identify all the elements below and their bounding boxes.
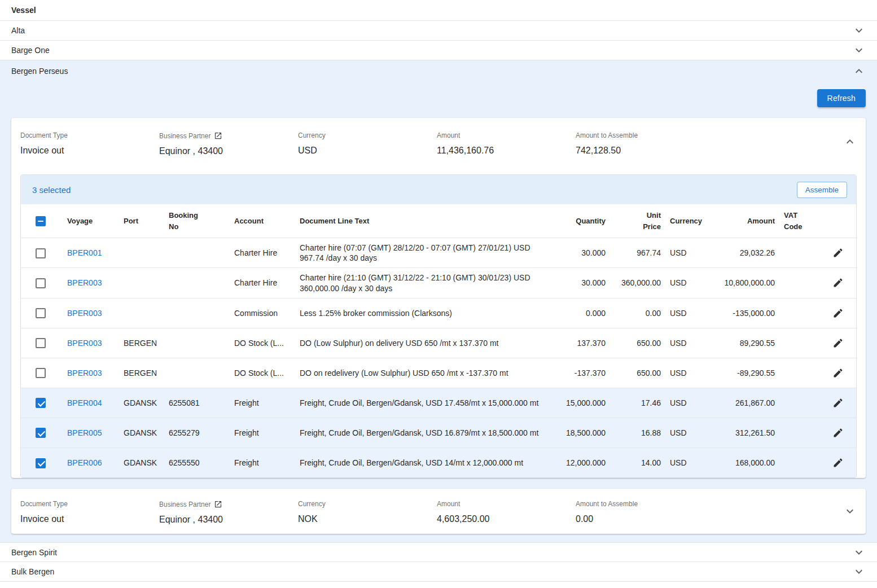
chevron-down-icon xyxy=(852,43,866,57)
refresh-button[interactable]: Refresh xyxy=(817,89,866,107)
voyage-link[interactable]: BPER003 xyxy=(67,339,102,348)
row-checkbox[interactable] xyxy=(36,398,46,408)
open-in-new-icon[interactable] xyxy=(214,131,222,140)
account-cell: Charter Hire xyxy=(230,238,291,268)
pencil-icon xyxy=(832,337,844,349)
voyage-link[interactable]: BPER004 xyxy=(67,398,102,407)
vat-code-cell xyxy=(779,447,825,477)
field-amount-to-assemble: Amount to Assemble 0.00 xyxy=(576,500,638,525)
account-cell: Freight xyxy=(230,418,291,447)
account-cell: DO Stock (L... xyxy=(230,358,291,388)
account-cell: Commission xyxy=(230,298,291,328)
document-card-usd: Document Type Invoice out Business Partn… xyxy=(11,118,866,478)
edit-row-button[interactable] xyxy=(830,305,846,321)
header-document-line-text: Document Line Text xyxy=(291,204,556,238)
edit-row-button[interactable] xyxy=(830,365,846,381)
field-business-partner: Business Partner Equinor , 43400 xyxy=(159,500,298,525)
table-row: BPER003 BERGEN DO Stock (L... DO on rede… xyxy=(21,358,856,388)
port-cell: BERGEN xyxy=(119,328,164,358)
header-account: Account xyxy=(230,204,291,238)
account-cell: Freight xyxy=(230,447,291,477)
assemble-button[interactable]: Assemble xyxy=(797,182,847,198)
voyage-link[interactable]: BPER003 xyxy=(67,368,102,378)
accordion-label-alta: Alta xyxy=(11,26,25,35)
document-header: Document Type Invoice out Business Partn… xyxy=(11,489,866,534)
booking-no-cell: 6255279 xyxy=(164,418,230,447)
pencil-icon xyxy=(832,277,844,288)
edit-row-button[interactable] xyxy=(830,425,846,441)
row-checkbox[interactable] xyxy=(36,278,46,288)
row-checkbox[interactable] xyxy=(36,308,46,318)
document-line-text-cell: Charter hire (07:07 (GMT) 28/12/20 - 07:… xyxy=(291,238,556,268)
account-cell: Charter Hire xyxy=(230,268,291,298)
account-cell: Freight xyxy=(230,388,291,418)
booking-no-cell xyxy=(164,268,230,298)
document-type-value: Invoice out xyxy=(20,145,159,156)
quantity-cell: 30.000 xyxy=(556,268,610,298)
pencil-icon xyxy=(832,367,844,379)
document-line-text-cell: DO on redelivery (Low Sulphur) USD 650 /… xyxy=(291,358,556,388)
port-cell: GDANSK xyxy=(119,388,164,418)
field-currency: Currency USD xyxy=(298,131,437,156)
accordion-item-bulk-bergen[interactable]: Bulk Bergen xyxy=(0,562,877,582)
accordion-label-bulk-bergen: Bulk Bergen xyxy=(11,567,54,576)
expand-document-button[interactable] xyxy=(841,502,859,520)
document-card-nok: Document Type Invoice out Business Partn… xyxy=(11,489,866,534)
open-in-new-icon[interactable] xyxy=(214,500,222,508)
accordion-item-bergen-perseus[interactable]: Bergen Perseus xyxy=(0,60,877,81)
header-unit-price: Unit Price xyxy=(610,204,665,238)
edit-row-button[interactable] xyxy=(830,455,846,471)
voyage-link[interactable]: BPER003 xyxy=(67,309,102,318)
header-quantity: Quantity xyxy=(556,204,610,238)
pencil-icon xyxy=(832,397,844,409)
page: Vessel Alta Barge One Bergen Perseus Ref… xyxy=(0,0,877,588)
accordion-item-alta[interactable]: Alta xyxy=(0,21,877,41)
field-amount: Amount 11,436,160.76 xyxy=(437,131,576,156)
collapse-document-button[interactable] xyxy=(841,133,859,151)
voyage-link[interactable]: BPER006 xyxy=(67,458,102,467)
accordion-label-barge-one: Barge One xyxy=(11,46,50,55)
amount-to-assemble-label: Amount to Assemble xyxy=(576,500,638,508)
accordion-section-bergen-perseus: Bergen Perseus Refresh Document Type Inv… xyxy=(0,60,877,542)
edit-row-button[interactable] xyxy=(830,245,846,261)
row-checkbox[interactable] xyxy=(36,248,46,258)
line-items-panel: 3 selected Assemble Voyage Por xyxy=(20,174,857,478)
currency-cell: USD xyxy=(665,447,701,477)
voyage-link[interactable]: BPER001 xyxy=(67,248,102,257)
voyage-link[interactable]: BPER003 xyxy=(67,278,102,287)
voyage-link[interactable]: BPER005 xyxy=(67,428,102,437)
quantity-cell: 12,000.000 xyxy=(556,447,610,477)
document-line-text-cell: Less 1.25% broker commission (Clarksons) xyxy=(291,298,556,328)
booking-no-cell xyxy=(164,298,230,328)
unit-price-cell: 650.00 xyxy=(610,328,665,358)
field-amount: Amount 4,603,250.00 xyxy=(437,500,576,525)
chevron-down-icon xyxy=(852,546,866,559)
row-checkbox[interactable] xyxy=(36,458,46,468)
document-type-label: Document Type xyxy=(20,500,159,508)
chevron-up-icon xyxy=(852,64,866,78)
pencil-icon xyxy=(832,308,844,319)
edit-row-button[interactable] xyxy=(830,275,846,291)
currency-label: Currency xyxy=(298,500,437,508)
select-all-checkbox[interactable] xyxy=(36,216,46,226)
row-checkbox[interactable] xyxy=(36,368,46,378)
currency-label: Currency xyxy=(298,131,437,139)
unit-price-cell: 16.88 xyxy=(610,418,665,447)
document-type-value: Invoice out xyxy=(20,514,159,524)
header-currency: Currency xyxy=(665,204,701,238)
accordion-item-bergen-spirit[interactable]: Bergen Spirit xyxy=(0,542,877,562)
row-checkbox[interactable] xyxy=(36,338,46,348)
quantity-cell: 15,000.000 xyxy=(556,388,610,418)
header-port: Port xyxy=(119,204,164,238)
edit-row-button[interactable] xyxy=(830,335,846,351)
booking-no-cell xyxy=(164,358,230,388)
accordion-item-barge-one[interactable]: Barge One xyxy=(0,41,877,60)
port-cell xyxy=(119,238,164,268)
amount-cell: 89,290.55 xyxy=(701,328,779,358)
edit-row-button[interactable] xyxy=(830,395,846,411)
row-checkbox[interactable] xyxy=(36,428,46,438)
business-partner-value: Equinor , 43400 xyxy=(159,514,298,525)
quantity-cell: 30.000 xyxy=(556,238,610,268)
pencil-icon xyxy=(832,427,844,438)
table-row: BPER003 BERGEN DO Stock (L... DO (Low Su… xyxy=(21,328,856,358)
